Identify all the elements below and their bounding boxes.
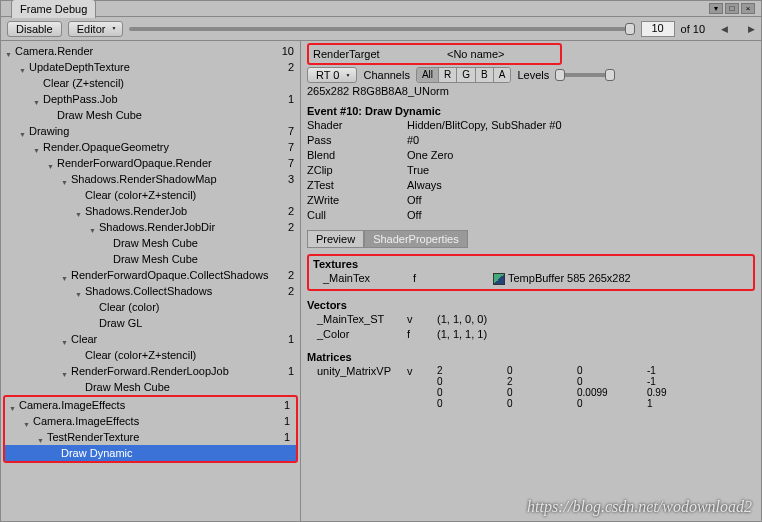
tree-row[interactable]: Clear (color) xyxy=(1,299,300,315)
expand-icon[interactable] xyxy=(33,95,41,103)
expand-icon[interactable] xyxy=(23,417,31,425)
tree-count: 1 xyxy=(268,415,290,427)
disable-button[interactable]: Disable xyxy=(7,21,62,37)
expand-icon[interactable] xyxy=(61,175,69,183)
tree-count: 2 xyxy=(272,269,294,281)
tree-row[interactable]: Draw GL xyxy=(1,315,300,331)
event-slider[interactable] xyxy=(129,27,634,31)
shader-prop-row: CullOff xyxy=(307,209,755,224)
channel-b[interactable]: B xyxy=(476,68,494,82)
rt-dropdown[interactable]: RT 0 xyxy=(307,67,357,83)
matrix-values: 200-1020-1000.00990.990001 xyxy=(437,365,717,380)
tree-row[interactable]: Shadows.RenderShadowMap3 xyxy=(1,171,300,187)
vector-value: (1, 1, 0, 0) xyxy=(437,313,487,328)
vectors-header: Vectors xyxy=(307,299,755,311)
main-area: Camera.Render10UpdateDepthTexture2Clear … xyxy=(1,41,761,522)
toolbar: Disable Editor 10 of 10 ◀ ▶ xyxy=(1,17,761,41)
expand-icon xyxy=(89,303,97,311)
expand-icon[interactable] xyxy=(61,271,69,279)
levels-thumb-right[interactable] xyxy=(605,69,615,81)
channel-all[interactable]: All xyxy=(417,68,439,82)
window-close-icon[interactable]: × xyxy=(741,3,755,14)
expand-icon xyxy=(103,255,111,263)
tree-row[interactable]: RenderForwardOpaque.CollectShadows2 xyxy=(1,267,300,283)
window-tab[interactable]: Frame Debug xyxy=(11,0,96,18)
tree-row[interactable]: Camera.ImageEffects1 xyxy=(5,397,296,413)
tree-row[interactable]: Draw Mesh Cube xyxy=(1,251,300,267)
vector-value: (1, 1, 1, 1) xyxy=(437,328,487,343)
prop-key: Blend xyxy=(307,149,407,164)
tree-row[interactable]: UpdateDepthTexture2 xyxy=(1,59,300,75)
levels-slider[interactable] xyxy=(555,73,615,77)
tree-row[interactable]: Drawing7 xyxy=(1,123,300,139)
tree-row[interactable]: Camera.Render10 xyxy=(1,43,300,59)
expand-icon[interactable] xyxy=(19,63,27,71)
tree-row[interactable]: Render.OpaqueGeometry7 xyxy=(1,139,300,155)
expand-icon[interactable] xyxy=(75,287,83,295)
tree-label: Draw Dynamic xyxy=(61,447,268,459)
channel-g[interactable]: G xyxy=(457,68,476,82)
tree-row[interactable]: DepthPass.Job1 xyxy=(1,91,300,107)
tree-count: 1 xyxy=(272,333,294,345)
prop-key: ZWrite xyxy=(307,194,407,209)
matrix-cell: -1 xyxy=(647,376,717,387)
tree-row[interactable]: Shadows.RenderJob2 xyxy=(1,203,300,219)
tree-label: Clear (Z+stencil) xyxy=(43,77,272,89)
expand-icon[interactable] xyxy=(9,401,17,409)
event-tree[interactable]: Camera.Render10UpdateDepthTexture2Clear … xyxy=(1,41,301,522)
expand-icon[interactable] xyxy=(61,335,69,343)
prev-event-button[interactable]: ◀ xyxy=(721,24,728,34)
expand-icon[interactable] xyxy=(61,367,69,375)
tree-row[interactable]: Clear (color+Z+stencil) xyxy=(1,347,300,363)
tree-label: Shadows.RenderJobDir xyxy=(99,221,272,233)
expand-icon[interactable] xyxy=(75,207,83,215)
levels-label: Levels xyxy=(517,69,549,81)
tree-row[interactable]: Clear (Z+stencil) xyxy=(1,75,300,91)
matrix-cell: 2 xyxy=(507,376,577,387)
texture-value[interactable]: TempBuffer 585 265x282 xyxy=(493,272,631,287)
expand-icon[interactable] xyxy=(33,143,41,151)
levels-thumb-left[interactable] xyxy=(555,69,565,81)
tree-label: Camera.ImageEffects xyxy=(33,415,268,427)
tree-row[interactable]: Draw Mesh Cube xyxy=(1,235,300,251)
tree-label: Shadows.CollectShadows xyxy=(85,285,272,297)
tree-row[interactable]: Clear (color+Z+stencil) xyxy=(1,187,300,203)
tree-row[interactable]: Shadows.CollectShadows2 xyxy=(1,283,300,299)
tree-row[interactable]: Clear1 xyxy=(1,331,300,347)
tab-preview[interactable]: Preview xyxy=(307,230,364,248)
expand-icon[interactable] xyxy=(47,159,55,167)
tree-row[interactable]: Draw Mesh Cube xyxy=(1,107,300,123)
detail-tabs: Preview ShaderProperties xyxy=(307,230,755,248)
tree-label: RenderForward.RenderLoopJob xyxy=(71,365,272,377)
expand-icon[interactable] xyxy=(19,127,27,135)
expand-icon[interactable] xyxy=(5,47,13,55)
tree-row[interactable]: RenderForwardOpaque.Render7 xyxy=(1,155,300,171)
tree-row[interactable]: Shadows.RenderJobDir2 xyxy=(1,219,300,235)
slider-thumb[interactable] xyxy=(625,23,635,35)
shader-prop-row: Pass#0 xyxy=(307,134,755,149)
texture-type: f xyxy=(413,272,493,287)
expand-icon[interactable] xyxy=(37,433,45,441)
expand-icon[interactable] xyxy=(89,223,97,231)
tree-row[interactable]: Draw Mesh Cube xyxy=(1,379,300,395)
channel-a[interactable]: A xyxy=(494,68,511,82)
event-title: Event #10: Draw Dynamic xyxy=(307,105,755,117)
event-number-input[interactable]: 10 xyxy=(641,21,675,37)
watermark: https://blog.csdn.net/wodownload2 xyxy=(527,498,752,516)
tree-row[interactable]: TestRenderTexture1 xyxy=(5,429,296,445)
channel-r[interactable]: R xyxy=(439,68,457,82)
tree-row[interactable]: RenderForward.RenderLoopJob1 xyxy=(1,363,300,379)
matrix-cell: 0 xyxy=(507,398,577,409)
tree-label: Shadows.RenderJob xyxy=(85,205,272,217)
next-event-button[interactable]: ▶ xyxy=(748,24,755,34)
tree-row[interactable]: Draw Dynamic xyxy=(5,445,296,461)
tab-shaderproperties[interactable]: ShaderProperties xyxy=(364,230,468,248)
matrix-cell: -1 xyxy=(647,365,717,376)
channels-toggle[interactable]: AllRGBA xyxy=(416,67,511,83)
target-dropdown[interactable]: Editor xyxy=(68,21,124,37)
window-maximize-icon[interactable]: □ xyxy=(725,3,739,14)
window-menu-icon[interactable]: ▾ xyxy=(709,3,723,14)
tree-row[interactable]: Camera.ImageEffects1 xyxy=(5,413,296,429)
prop-key: ZTest xyxy=(307,179,407,194)
prop-value: Hidden/BlitCopy, SubShader #0 xyxy=(407,119,755,134)
